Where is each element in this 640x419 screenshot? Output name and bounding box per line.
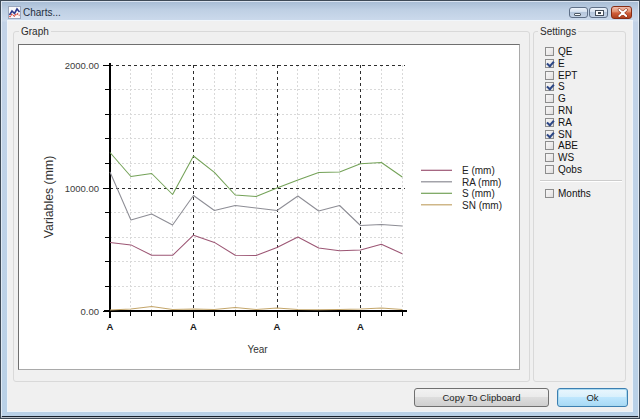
svg-text:A: A xyxy=(190,321,197,332)
svg-text:RA (mm): RA (mm) xyxy=(462,177,501,188)
svg-text:A: A xyxy=(357,321,364,332)
svg-text:2000.00: 2000.00 xyxy=(65,60,99,71)
svg-text:SN (mm): SN (mm) xyxy=(462,200,502,211)
svg-text:A: A xyxy=(274,321,281,332)
svg-text:Variables (mm): Variables (mm) xyxy=(42,156,56,238)
svg-text:Year: Year xyxy=(247,344,268,355)
svg-text:A: A xyxy=(107,321,114,332)
svg-text:1000.00: 1000.00 xyxy=(65,183,99,194)
svg-text:S (mm): S (mm) xyxy=(462,188,495,199)
svg-text:E (mm): E (mm) xyxy=(462,165,495,176)
svg-text:0.00: 0.00 xyxy=(81,306,100,317)
